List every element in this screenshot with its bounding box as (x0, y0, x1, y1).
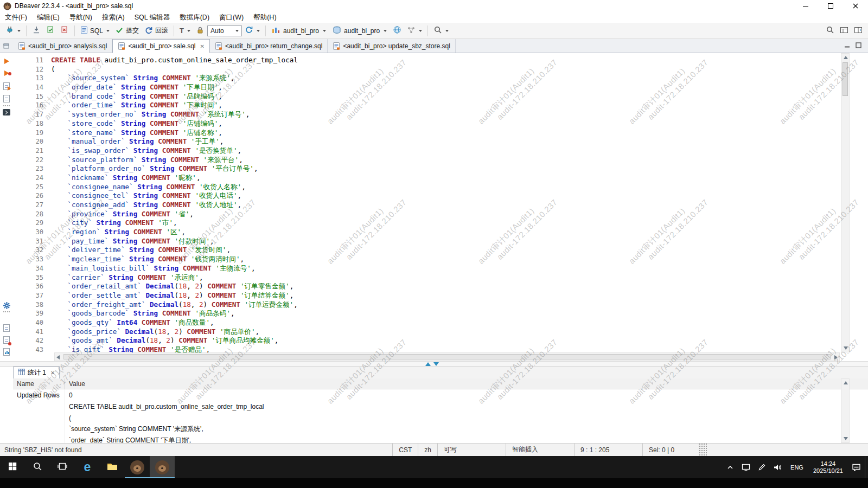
sql-file-icon (215, 42, 222, 50)
sql-menu-button[interactable]: SQL (78, 24, 112, 37)
editor-tab-3[interactable]: <audit_bi_pro> return_change.sql (210, 39, 328, 53)
scroll-left-arrow[interactable] (56, 355, 60, 359)
execute-new-tab-button[interactable] (2, 82, 11, 90)
code-line: 20 `manual_order` String COMMENT '手工单', (13, 137, 841, 146)
statistics-button[interactable] (2, 348, 11, 356)
maximize-button[interactable] (818, 0, 843, 12)
editor-vertical-scrollbar[interactable] (841, 53, 850, 352)
edge-browser-button[interactable]: e (75, 456, 100, 478)
sash-minimize-icon[interactable] (433, 362, 439, 366)
error-log-button[interactable] (2, 336, 11, 344)
scroll-down-arrow[interactable] (844, 437, 848, 440)
column-header-value[interactable]: Value (65, 378, 85, 389)
menu-item-2[interactable]: 编辑(E) (32, 12, 65, 23)
table-row[interactable]: `order_date` String COMMENT '下单日期', (13, 435, 868, 443)
tray-pen-icon[interactable] (754, 456, 769, 478)
tab-close-icon[interactable]: ✕ (50, 370, 55, 376)
green-doc-button[interactable] (43, 24, 58, 37)
start-button[interactable] (0, 456, 25, 478)
tab-close-icon[interactable]: ✕ (200, 43, 205, 49)
scrollbar-thumb[interactable] (843, 62, 848, 96)
action-center-button[interactable] (848, 456, 865, 478)
lock-button[interactable] (193, 24, 207, 37)
schema-selector[interactable]: audit_bi_pro (329, 24, 390, 37)
connection-selector[interactable]: audit_bi_pro (269, 24, 329, 37)
chevron-down-icon (235, 30, 239, 32)
editor-horizontal-scrollbar[interactable] (54, 352, 840, 361)
show-desktop-button[interactable] (865, 456, 868, 478)
tray-display-icon[interactable] (738, 456, 754, 478)
menu-item-3[interactable]: 导航(N) (65, 12, 97, 23)
file-explorer-button[interactable] (100, 456, 125, 478)
maximize-panel-icon[interactable] (856, 42, 861, 50)
menu-item-8[interactable]: 帮助(H) (248, 12, 281, 23)
commit-button[interactable]: 提交 (112, 24, 142, 37)
cell-name (13, 435, 65, 443)
panel-vertical-scrollbar[interactable] (841, 378, 850, 443)
close-button[interactable] (843, 0, 868, 12)
table-row[interactable]: `source_system` String COMMENT '来源系统', (13, 423, 868, 435)
tray-expand-button[interactable] (723, 456, 738, 478)
search-dropdown-button[interactable] (431, 24, 451, 37)
minimize-button[interactable] (793, 0, 818, 12)
network-button[interactable] (404, 24, 425, 37)
code-line: 36 `order_retail_amt` Decimal(18, 2) COM… (13, 282, 841, 291)
editor-tab-1[interactable]: <audit_bi_pro> analysis.sql (13, 39, 112, 53)
status-insert-mode[interactable]: 智能插入 (506, 444, 574, 456)
menu-item-4[interactable]: 搜索(A) (97, 12, 130, 23)
auto-commit-combo[interactable]: Auto (207, 25, 242, 36)
dbeaver-taskbar-button-active[interactable] (150, 456, 175, 478)
transaction-mode-button[interactable]: T (177, 25, 193, 36)
code-line: 15 `brand_code` String COMMENT '品牌编码', (13, 92, 841, 101)
open-perspective-button[interactable] (837, 24, 851, 37)
menu-item-1[interactable]: 文件(F) (0, 12, 32, 23)
globe-button[interactable] (390, 24, 404, 37)
restore-minimized-view-button[interactable] (0, 39, 13, 53)
line-number: 15 (13, 92, 51, 101)
explain-plan-button[interactable] (2, 95, 11, 102)
code-line: 31 `pay_time` String COMMENT '付款时间', (13, 237, 841, 246)
toolbar-separator (265, 25, 266, 36)
red-doc-button[interactable] (58, 24, 72, 37)
show-output-button[interactable] (2, 324, 11, 332)
editor-tab-2[interactable]: <audit_bi_pro> sale.sql✕ (112, 39, 209, 53)
editor-layout-button[interactable] (851, 24, 865, 37)
sql-menu-label: SQL (90, 27, 103, 35)
chevron-down-icon (17, 30, 21, 32)
stats-tab[interactable]: 统计 1 ✕ (13, 367, 60, 378)
table-row[interactable]: CREATE TABLE audit_bi_pro.custom_online_… (13, 401, 868, 412)
language-indicator[interactable]: ENG (786, 464, 808, 471)
scroll-up-arrow[interactable] (844, 56, 848, 59)
quick-search-button[interactable] (823, 24, 837, 37)
column-header-name[interactable]: Name (13, 378, 65, 389)
editor-settings-button[interactable] (2, 301, 11, 312)
sql-editor[interactable]: 11CREATE TABLE audit_bi_pro.custom_onlin… (13, 53, 841, 352)
search-icon (826, 25, 834, 36)
download-script-button[interactable] (29, 24, 43, 37)
status-caret-position[interactable]: 9 : 1 : 205 (574, 444, 642, 456)
sql-console-button[interactable] (2, 109, 11, 115)
table-row[interactable]: Updated Rows0 (13, 389, 868, 401)
auto-refresh-button[interactable] (242, 24, 263, 37)
task-view-button[interactable] (50, 456, 75, 478)
table-row[interactable]: ( (13, 412, 868, 423)
execute-sql-button[interactable] (2, 59, 11, 64)
menu-item-7[interactable]: 窗口(W) (214, 12, 248, 23)
menu-item-6[interactable]: 数据库(D) (175, 12, 214, 23)
taskbar-clock[interactable]: 14:24 2025/10/21 (808, 460, 848, 474)
rollback-button[interactable]: 回滚 (142, 24, 171, 37)
minimize-panel-icon[interactable] (844, 42, 850, 50)
sash-maximize-icon[interactable] (425, 362, 431, 366)
scrollbar-thumb[interactable] (63, 354, 831, 359)
scroll-up-arrow[interactable] (844, 381, 848, 384)
volume-icon[interactable] (769, 456, 786, 478)
execute-script-button[interactable] (2, 70, 11, 76)
scroll-right-arrow[interactable] (834, 355, 838, 359)
scroll-down-arrow[interactable] (844, 346, 848, 350)
menu-item-5[interactable]: SQL 编辑器 (130, 12, 175, 23)
editor-tab-4[interactable]: <audit_bi_pro> update_sbz_store.sql (328, 39, 455, 53)
taskbar-search-button[interactable] (25, 456, 50, 478)
panel-sash[interactable] (0, 361, 868, 367)
new-connection-button[interactable] (3, 24, 23, 37)
dbeaver-taskbar-button[interactable] (125, 456, 150, 478)
